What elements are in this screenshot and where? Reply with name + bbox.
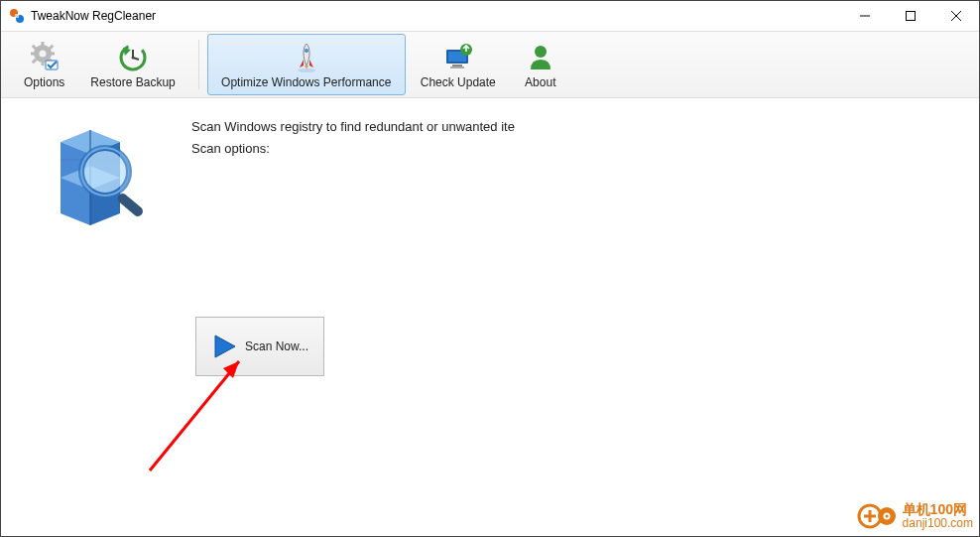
svg-point-23: [298, 68, 315, 72]
content-area: Scan Windows registry to find redundant …: [1, 98, 979, 537]
svg-point-30: [535, 46, 547, 58]
options-button[interactable]: Options: [13, 34, 75, 95]
description-line-1: Scan Windows registry to find redundant …: [191, 116, 515, 138]
svg-rect-9: [41, 42, 44, 47]
scan-now-button[interactable]: Scan Now...: [195, 317, 324, 376]
watermark-line-1: 单机100网: [903, 502, 973, 516]
optimize-windows-button[interactable]: Optimize Windows Performance: [207, 34, 406, 95]
minimize-button[interactable]: [842, 1, 888, 31]
svg-line-43: [150, 361, 239, 470]
registry-scan-icon: [31, 112, 150, 231]
update-icon: [442, 42, 474, 73]
svg-rect-4: [907, 12, 916, 21]
update-label: Check Update: [421, 75, 496, 89]
about-button[interactable]: About: [511, 34, 570, 95]
person-icon: [525, 42, 556, 73]
maximize-button[interactable]: [888, 1, 933, 31]
options-label: Options: [24, 75, 64, 89]
play-icon: [211, 334, 237, 359]
close-button[interactable]: [933, 1, 979, 31]
svg-rect-27: [452, 65, 462, 67]
svg-point-24: [305, 49, 308, 53]
description-text: Scan Windows registry to find redundant …: [191, 116, 515, 160]
about-label: About: [525, 75, 555, 89]
svg-rect-2: [15, 14, 19, 18]
watermark-icon: [857, 496, 897, 536]
restore-backup-button[interactable]: Restore Backup: [79, 34, 185, 95]
svg-point-50: [885, 515, 888, 518]
svg-marker-42: [215, 336, 235, 357]
titlebar-left: TweakNow RegCleaner: [9, 8, 156, 24]
svg-rect-28: [450, 67, 464, 68]
toolbar-separator: [198, 40, 199, 89]
svg-rect-12: [50, 53, 55, 56]
gear-icon: [29, 42, 61, 73]
svg-rect-10: [41, 61, 44, 66]
check-update-button[interactable]: Check Update: [410, 34, 507, 95]
rocket-icon: [291, 42, 322, 73]
watermark: 单机100网 danji100.com: [857, 496, 973, 536]
optimize-label: Optimize Windows Performance: [221, 75, 391, 89]
watermark-line-2: danji100.com: [903, 516, 973, 530]
svg-point-22: [132, 57, 135, 60]
titlebar: TweakNow RegCleaner: [1, 1, 979, 31]
scan-now-label: Scan Now...: [245, 339, 308, 353]
window-controls: [842, 1, 979, 31]
restore-label: Restore Backup: [90, 75, 175, 89]
svg-marker-19: [123, 48, 131, 56]
app-icon: [9, 8, 25, 24]
svg-point-8: [39, 51, 46, 58]
toolbar: Options Restore Backup Opti: [1, 31, 979, 98]
window-title: TweakNow RegCleaner: [31, 9, 156, 23]
svg-rect-11: [31, 53, 36, 56]
restore-icon: [117, 42, 149, 73]
description-line-2: Scan options:: [191, 138, 515, 160]
